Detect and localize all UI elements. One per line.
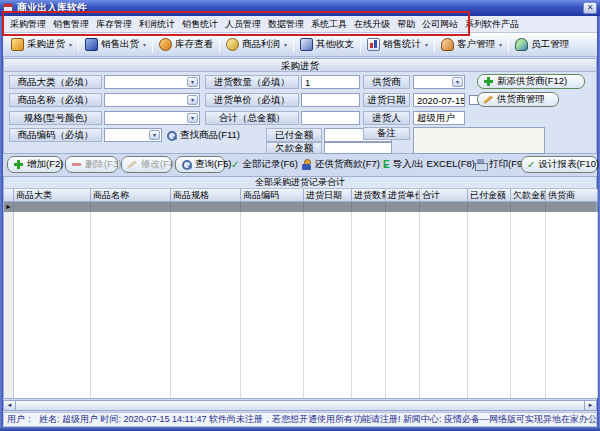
col-header-unit-price[interactable]: 进货单价 [386, 189, 420, 202]
toolbar-stock-view[interactable]: 库存查看 [155, 36, 217, 53]
manage-supplier-button[interactable]: 供货商管理 [477, 92, 559, 107]
add-record-button[interactable]: 增加(F2) [7, 156, 62, 173]
col-header-qty[interactable]: 进货数量 [352, 189, 386, 202]
find-product-button[interactable]: 查找商品(F11) [166, 128, 240, 143]
supplier-label: 供货商 [363, 75, 410, 89]
close-button[interactable]: ✕ [583, 2, 597, 14]
all-records-button[interactable]: ✓ 全部记录(F6) ▾ [231, 156, 305, 173]
col-header-date[interactable]: 进货日期 [304, 189, 352, 202]
menu-company-website[interactable]: 公司网站 [420, 16, 460, 33]
supplier-combo[interactable]: ▾ [413, 75, 465, 89]
operator-label: 进货人 [363, 111, 410, 125]
toolbar-product-profit-label: 商品利润 [242, 38, 280, 51]
menu-purchase-mgmt[interactable]: 采购管理 [8, 16, 48, 33]
body-column [420, 212, 468, 398]
menu-profit-stats[interactable]: 利润统计 [137, 16, 177, 33]
operator-combo[interactable]: 超级用户 [413, 111, 465, 125]
col-header-total[interactable]: 合计 [420, 189, 468, 202]
cell [468, 202, 511, 212]
menu-help[interactable]: 帮助 [395, 16, 417, 33]
remark-textarea[interactable] [413, 127, 545, 154]
menu-system-tools[interactable]: 系统工具 [309, 16, 349, 33]
horizontal-scrollbar[interactable]: ◄ ► [3, 400, 597, 411]
combo-arrow-icon[interactable]: ▾ [452, 77, 463, 87]
col-header-code[interactable]: 商品编码 [241, 189, 304, 202]
cell [304, 202, 352, 212]
menu-data-mgmt[interactable]: 数据管理 [266, 16, 306, 33]
combo-arrow-icon[interactable]: ▾ [187, 95, 198, 105]
menu-staff-mgmt[interactable]: 人员管理 [223, 16, 263, 33]
combo-arrow-icon[interactable]: ▾ [149, 130, 160, 140]
toolbar-sales-out[interactable]: 销售出货 ▾ [81, 36, 150, 53]
add-supplier-button[interactable]: 新添供货商(F12) [477, 74, 585, 89]
all-records-label: 全部记录(F6) [242, 158, 297, 171]
chevron-down-icon[interactable]: ▾ [284, 41, 287, 48]
combo-arrow-icon[interactable]: ▾ [187, 113, 198, 123]
owed-input[interactable] [324, 142, 392, 154]
product-profit-icon [226, 38, 239, 51]
plus-icon [483, 76, 494, 87]
check-icon: ✓ [231, 159, 239, 170]
col-header-owed[interactable]: 欠款金额 [511, 189, 546, 202]
spec-combo[interactable]: ▾ [104, 111, 200, 125]
product-name-combo[interactable]: ▾ [104, 93, 200, 107]
menu-online-update[interactable]: 在线升级 [352, 16, 392, 33]
repay-supplier-label: 还供货商款(F7) [315, 158, 380, 171]
menu-inventory-mgmt[interactable]: 库存管理 [94, 16, 134, 33]
edit-record-label: 修改(F4) [141, 158, 177, 171]
qty-input[interactable]: 1 [301, 75, 360, 89]
design-report-button[interactable]: ✓ 设计报表(F10) [521, 156, 598, 173]
toolbar-other-income[interactable]: 其他收支 [296, 36, 358, 53]
unit-price-input[interactable] [301, 93, 360, 107]
toolbar-sales-out-label: 销售出货 [101, 38, 139, 51]
excel-import-export-button[interactable]: E 导入/出 EXCEL(F8) ▾ [383, 156, 482, 173]
col-header-paid[interactable]: 已付金额 [468, 189, 511, 202]
toolbar-employee-mgmt[interactable]: 员工管理 [511, 36, 573, 53]
total-input[interactable] [301, 111, 360, 125]
toolbar-separator [293, 37, 294, 53]
menu-product-series[interactable]: 系列软件产品 [463, 16, 521, 33]
toolbar-customer-mgmt[interactable]: 客户管理 ▾ [437, 36, 506, 53]
records-table: 全部采购进货记录合计 商品大类 商品名称 商品规格 商品编码 进货日期 进货数量… [3, 176, 597, 399]
menu-sales-mgmt[interactable]: 销售管理 [51, 16, 91, 33]
scroll-right-icon[interactable]: ► [584, 400, 597, 411]
pencil-icon [483, 94, 494, 105]
toolbar-product-profit[interactable]: 商品利润 ▾ [222, 36, 291, 53]
total-label: 合计（总金额） [205, 111, 299, 125]
repay-supplier-button[interactable]: 还供货商款(F7) ▾ [301, 156, 387, 173]
menu-sales-stats[interactable]: 销售统计 [180, 16, 220, 33]
add-supplier-label: 新添供货商(F12) [497, 75, 567, 88]
selected-empty-row[interactable]: ► [4, 202, 596, 212]
product-code-combo[interactable]: ▾ [104, 128, 162, 142]
col-header-supplier[interactable]: 供货商 [546, 189, 598, 202]
col-header-category[interactable]: 商品大类 [14, 189, 91, 202]
query-button[interactable]: 查询(F5) [175, 156, 225, 173]
cell [511, 202, 546, 212]
edit-record-button[interactable]: 修改(F4) [121, 156, 172, 173]
excel-import-export-label: 导入/出 EXCEL(F8) [393, 158, 475, 171]
toolbar-purchase-in[interactable]: 采购进货 ▾ [7, 36, 76, 53]
chevron-down-icon[interactable]: ▾ [499, 41, 502, 48]
printer-icon [475, 159, 486, 170]
chevron-down-icon[interactable]: ▾ [425, 41, 428, 48]
body-column [468, 212, 511, 398]
chevron-down-icon[interactable]: ▾ [69, 41, 72, 48]
toolbar-sales-stats[interactable]: 销售统计 ▾ [363, 36, 432, 53]
scroll-left-icon[interactable]: ◄ [3, 400, 16, 411]
date-input[interactable]: 2020-07-15 [413, 93, 465, 107]
table-header-row: 商品大类 商品名称 商品规格 商品编码 进货日期 进货数量 进货单价 合计 已付… [4, 189, 596, 202]
cell [14, 202, 91, 212]
app-window: 商业出入库软件 ✕ 采购管理 销售管理 库存管理 利润统计 销售统计 人员管理 … [0, 0, 600, 431]
status-bar: 用户： 姓名: 超级用户 时间: 2020-07-15 14:11:47 软件尚… [3, 412, 597, 427]
category-combo[interactable]: ▾ [104, 75, 200, 89]
combo-arrow-icon[interactable]: ▾ [187, 77, 198, 87]
delete-record-button[interactable]: 删除(F3) [65, 156, 118, 173]
scrollbar-thumb[interactable] [16, 400, 584, 411]
body-column [241, 212, 304, 398]
col-header-spec[interactable]: 商品规格 [171, 189, 241, 202]
owed-label: 欠款金额 [266, 142, 322, 154]
chevron-down-icon[interactable]: ▾ [143, 41, 146, 48]
col-header-product-name[interactable]: 商品名称 [91, 189, 171, 202]
pencil-icon [127, 159, 138, 170]
print-label: 打印(F9) [489, 158, 525, 171]
